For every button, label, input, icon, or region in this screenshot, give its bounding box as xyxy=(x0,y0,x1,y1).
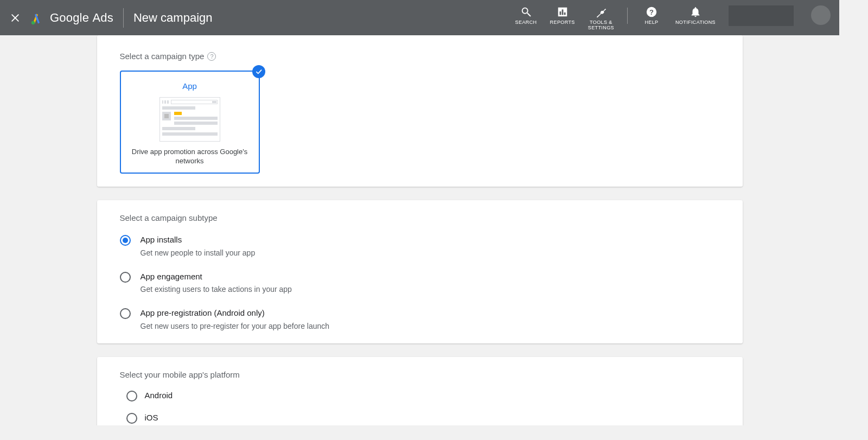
brand-text: Google Ads xyxy=(50,11,113,25)
radio-description: Get new users to pre-register for your a… xyxy=(141,322,330,330)
help-icon: ? xyxy=(645,5,658,18)
check-badge-icon xyxy=(252,65,265,78)
platform-option-ios[interactable]: iOS xyxy=(126,412,720,424)
subtype-option-app-installs[interactable]: App installs Get new people to install y… xyxy=(120,234,720,257)
svg-text:?: ? xyxy=(649,8,654,16)
account-switcher[interactable] xyxy=(729,5,794,26)
reports-icon xyxy=(556,5,569,18)
campaign-illustration xyxy=(159,97,220,142)
radio-icon xyxy=(126,413,137,424)
campaign-type-label: Select a campaign type ? xyxy=(120,52,720,61)
search-label: SEARCH xyxy=(515,20,537,25)
reports-label: REPORTS xyxy=(550,20,575,25)
close-icon[interactable] xyxy=(9,11,22,24)
radio-label: App engagement xyxy=(141,271,292,282)
platform-label: Select your mobile app's platform xyxy=(120,370,720,379)
svg-rect-5 xyxy=(564,12,565,15)
radio-description: Get existing users to take actions in yo… xyxy=(141,285,292,294)
reports-tool[interactable]: REPORTS xyxy=(550,5,575,25)
notifications-tool[interactable]: NOTIFICATIONS xyxy=(675,5,716,25)
page-title: New campaign xyxy=(133,11,213,25)
content: Select a campaign type ? App xyxy=(0,35,839,425)
subtype-option-app-preregistration[interactable]: App pre-registration (Android only) Get … xyxy=(120,308,720,330)
radio-label: App installs xyxy=(141,234,256,245)
search-icon xyxy=(520,5,533,18)
subtype-option-app-engagement[interactable]: App engagement Get existing users to tak… xyxy=(120,271,720,294)
campaign-type-option-app[interactable]: App Drive app promotion xyxy=(120,71,260,174)
platform-radio-group: Android iOS xyxy=(126,390,720,424)
platform-option-android[interactable]: Android xyxy=(126,390,720,401)
settings-tool[interactable]: TOOLS &SETTINGS xyxy=(588,5,614,31)
search-tool[interactable]: SEARCH xyxy=(515,5,537,25)
app-header: Google Ads New campaign SEARCH REPORTS T… xyxy=(0,0,839,35)
tool-divider xyxy=(627,8,628,24)
header-divider xyxy=(123,8,124,28)
campaign-type-title: App xyxy=(182,81,197,91)
help-label: HELP xyxy=(644,20,658,25)
svg-point-2 xyxy=(31,21,35,24)
radio-icon xyxy=(120,308,131,319)
bell-icon xyxy=(689,5,702,18)
radio-label: Android xyxy=(145,390,173,401)
radio-description: Get new people to install your app xyxy=(141,248,256,257)
google-ads-logo-icon xyxy=(28,10,44,26)
platform-card: Select your mobile app's platform Androi… xyxy=(97,357,743,426)
campaign-subtype-card: Select a campaign subtype App installs G… xyxy=(97,200,743,343)
wrench-icon xyxy=(595,5,608,18)
subtype-radio-group: App installs Get new people to install y… xyxy=(120,234,720,330)
radio-icon xyxy=(126,391,137,401)
svg-rect-4 xyxy=(561,9,563,15)
radio-label: App pre-registration (Android only) xyxy=(141,308,330,318)
radio-icon xyxy=(120,235,131,246)
help-tool[interactable]: ? HELP xyxy=(641,5,662,25)
campaign-subtype-label: Select a campaign subtype xyxy=(120,213,720,222)
brand-suffix: Ads xyxy=(92,11,113,24)
avatar[interactable] xyxy=(811,5,831,25)
brand-prefix: Google xyxy=(50,11,89,24)
campaign-type-card: Select a campaign type ? App xyxy=(97,35,743,187)
svg-rect-3 xyxy=(559,11,561,15)
campaign-type-desc: Drive app promotion across Google's netw… xyxy=(127,147,252,166)
notifications-label: NOTIFICATIONS xyxy=(675,20,716,25)
settings-label: TOOLS &SETTINGS xyxy=(588,20,614,31)
help-circle-icon[interactable]: ? xyxy=(207,52,216,61)
radio-icon xyxy=(120,272,131,283)
header-tools: SEARCH REPORTS TOOLS &SETTINGS ? HELP NO xyxy=(515,0,831,35)
radio-label: iOS xyxy=(145,412,158,423)
